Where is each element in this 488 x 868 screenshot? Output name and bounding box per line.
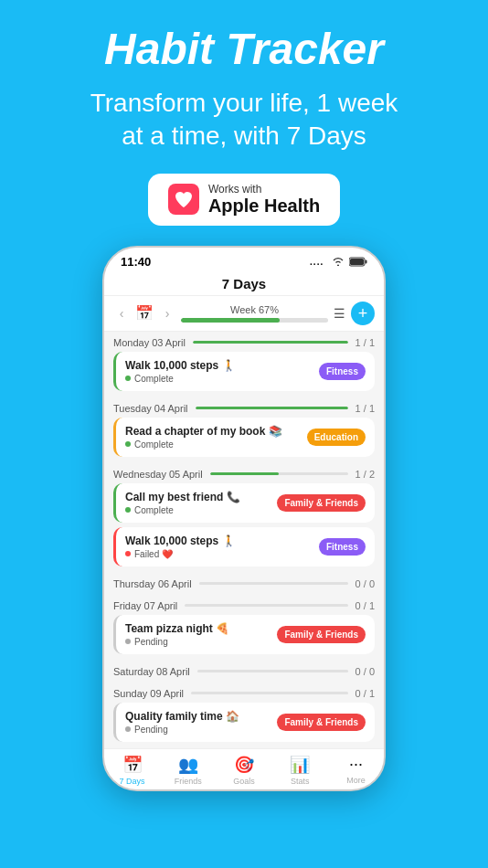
friday-label: Friday 07 April xyxy=(113,600,177,611)
app-title: Habit Tracker xyxy=(104,26,384,74)
habit-card[interactable]: Team pizza night 🍕 Pending Family & Frie… xyxy=(113,615,375,654)
nav-item-more[interactable]: ··· More xyxy=(328,755,384,786)
thursday-label: Thursday 06 April xyxy=(113,578,192,589)
wednesday-progress-fill xyxy=(210,472,279,475)
status-dot xyxy=(125,507,131,513)
wednesday-count: 1 / 2 xyxy=(355,469,375,480)
week-progress-container: Week 67% xyxy=(181,304,328,323)
wednesday-header: Wednesday 05 April 1 / 2 xyxy=(113,469,375,480)
friends-icon: 👥 xyxy=(178,755,198,775)
monday-progress-fill xyxy=(193,341,348,344)
phone-mockup: 11:40 .... 7 Days ‹ 📅 xyxy=(102,246,386,791)
back-arrow[interactable]: ‹ xyxy=(113,306,130,321)
app-subtitle: Transform your life, 1 weekat a time, wi… xyxy=(90,87,398,153)
nav-bar: 7 Days xyxy=(104,272,384,296)
saturday-header: Saturday 08 April 0 / 0 xyxy=(113,666,375,677)
wednesday-section: Wednesday 05 April 1 / 2 Call my best fr… xyxy=(104,463,384,573)
tuesday-header: Tuesday 04 April 1 / 1 xyxy=(113,403,375,414)
sunday-section: Sunday 09 April 0 / 1 Quality family tim… xyxy=(104,683,384,748)
saturday-section: Saturday 08 April 0 / 0 xyxy=(104,661,384,683)
calendar-icon[interactable]: 📅 xyxy=(135,304,154,322)
category-badge[interactable]: Fitness xyxy=(319,363,366,380)
saturday-progress-bar xyxy=(197,670,348,672)
status-dot xyxy=(125,639,131,644)
friends-label: Friends xyxy=(175,777,202,786)
habit-card[interactable]: Walk 10,000 steps 🚶 Complete Fitness xyxy=(113,352,375,391)
habit-status: Complete xyxy=(125,505,271,515)
monday-label: Monday 03 April xyxy=(113,337,186,348)
stats-icon: 📊 xyxy=(290,755,310,775)
thursday-header: Thursday 06 April 0 / 0 xyxy=(113,578,375,589)
sunday-header: Sunday 09 April 0 / 1 xyxy=(113,688,375,699)
habit-info: Call my best friend 📞 Complete xyxy=(125,491,271,515)
habit-status: Failed ❤️ xyxy=(125,549,313,559)
status-dot xyxy=(125,726,131,732)
saturday-label: Saturday 08 April xyxy=(113,666,190,677)
status-text: Pending xyxy=(134,725,168,735)
phone-screen: 11:40 .... 7 Days ‹ 📅 xyxy=(104,248,384,789)
category-badge[interactable]: Family & Friends xyxy=(277,714,366,731)
header-section: Habit Tracker Transform your life, 1 wee… xyxy=(0,0,488,246)
wednesday-progress-bar xyxy=(210,472,348,475)
habit-info: Read a chapter of my book 📚 Complete xyxy=(125,425,302,450)
bottom-nav: 📅 7 Days 👥 Friends 🎯 Goals 📊 Stats ··· M… xyxy=(104,748,384,789)
habit-title: Quality family time 🏠 xyxy=(125,710,271,723)
monday-progress-bar xyxy=(193,341,348,344)
nav-item-7days[interactable]: 📅 7 Days xyxy=(104,755,160,786)
habit-title: Read a chapter of my book 📚 xyxy=(125,425,302,438)
more-icon: ··· xyxy=(349,755,363,774)
nav-item-goals[interactable]: 🎯 Goals xyxy=(216,755,271,786)
monday-section: Monday 03 April 1 / 1 Walk 10,000 steps … xyxy=(104,332,384,397)
status-dot xyxy=(125,376,131,381)
status-time: 11:40 xyxy=(121,255,151,269)
status-icons: .... xyxy=(310,257,367,267)
svg-rect-3 xyxy=(350,259,364,265)
apple-health-badge[interactable]: Works with Apple Health xyxy=(148,174,340,226)
monday-count: 1 / 1 xyxy=(355,337,375,348)
7days-label: 7 Days xyxy=(120,777,145,786)
week-label: Week 67% xyxy=(230,304,279,315)
forward-arrow[interactable]: › xyxy=(159,306,175,321)
nav-item-friends[interactable]: 👥 Friends xyxy=(160,755,216,786)
habit-title: Call my best friend 📞 xyxy=(125,491,271,503)
sunday-progress-bar xyxy=(191,692,348,694)
habit-title: Walk 10,000 steps 🚶 xyxy=(125,359,313,372)
tuesday-label: Tuesday 04 April xyxy=(113,403,188,414)
friday-header: Friday 07 April 0 / 1 xyxy=(113,600,375,611)
category-badge[interactable]: Fitness xyxy=(319,538,366,556)
menu-icon[interactable]: ☰ xyxy=(334,306,345,321)
sunday-label: Sunday 09 April xyxy=(113,688,184,699)
tuesday-progress-fill xyxy=(196,407,348,409)
apple-health-text: Works with Apple Health xyxy=(208,183,320,217)
thursday-count: 0 / 0 xyxy=(355,578,375,589)
status-dot xyxy=(125,551,131,556)
habit-info: Team pizza night 🍕 Pending xyxy=(125,622,271,647)
status-text: Failed ❤️ xyxy=(134,549,173,559)
thursday-section: Thursday 06 April 0 / 0 xyxy=(104,573,384,595)
scroll-content[interactable]: Monday 03 April 1 / 1 Walk 10,000 steps … xyxy=(104,332,384,748)
status-text: Complete xyxy=(134,439,174,450)
habit-status: Pending xyxy=(125,637,271,647)
habit-card[interactable]: Read a chapter of my book 📚 Complete Edu… xyxy=(113,418,375,457)
week-progress-bar xyxy=(181,318,328,323)
status-dot xyxy=(125,441,131,447)
habit-card[interactable]: Call my best friend 📞 Complete Family & … xyxy=(113,483,375,523)
add-habit-button[interactable]: + xyxy=(351,302,375,325)
habit-card[interactable]: Quality family time 🏠 Pending Family & F… xyxy=(113,703,375,742)
goals-label: Goals xyxy=(233,777,255,786)
habit-status: Complete xyxy=(125,374,313,384)
wifi-icon xyxy=(332,257,345,266)
nav-title: 7 Days xyxy=(222,276,266,291)
battery-icon xyxy=(349,257,367,267)
category-badge[interactable]: Family & Friends xyxy=(277,626,366,643)
habit-title: Team pizza night 🍕 xyxy=(125,622,271,635)
wednesday-label: Wednesday 05 April xyxy=(113,469,203,480)
goals-icon: 🎯 xyxy=(234,755,254,775)
nav-item-stats[interactable]: 📊 Stats xyxy=(272,755,328,786)
habit-card[interactable]: Walk 10,000 steps 🚶 Failed ❤️ Fitness xyxy=(113,527,375,566)
category-badge[interactable]: Family & Friends xyxy=(277,494,366,512)
tuesday-section: Tuesday 04 April 1 / 1 Read a chapter of… xyxy=(104,397,384,463)
tuesday-progress-bar xyxy=(196,407,348,409)
status-text: Pending xyxy=(134,637,168,647)
category-badge[interactable]: Education xyxy=(307,429,366,446)
